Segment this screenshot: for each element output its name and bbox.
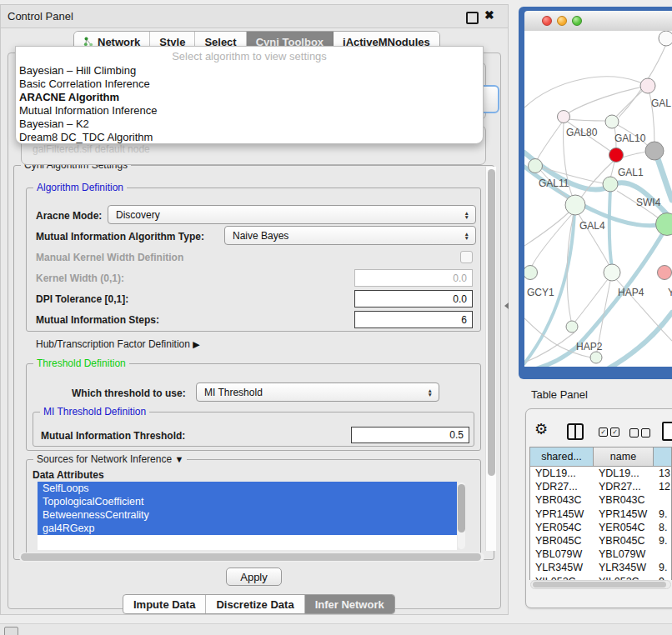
network-node-y[interactable] [658, 266, 672, 280]
algorithm-option[interactable]: Bayesian – Hill Climbing [18, 64, 481, 78]
network-node-gal80[interactable] [558, 111, 570, 123]
mini-panel-icon[interactable] [4, 627, 18, 635]
deselect-all-checkboxes-icon[interactable] [629, 428, 650, 438]
sources-toggle[interactable]: Sources for Network Inference ▼ [33, 453, 187, 465]
attributes-scrollbar[interactable] [458, 482, 465, 549]
data-attributes-list[interactable]: SelfLoopsTopologicalCoefficientBetweenne… [38, 482, 457, 550]
scrollbar-thumb[interactable] [533, 582, 666, 588]
settings-vertical-scrollbar[interactable] [485, 167, 496, 551]
network-node[interactable] [645, 142, 664, 160]
network-node-hap4[interactable] [604, 264, 620, 281]
close-icon[interactable]: ✖ [484, 8, 494, 22]
mi-algorithm-type-select[interactable]: Naive Bayes ▲▼ [224, 226, 476, 245]
network-node-gal11[interactable] [529, 159, 543, 173]
network-node-hap2[interactable] [566, 321, 578, 332]
table-row[interactable]: YDR27...YDR27...12 [530, 480, 671, 493]
table-row[interactable]: YER054CYER054C8. [530, 521, 671, 534]
algorithm-option[interactable]: Bayesian – K2 [18, 118, 481, 131]
table-body[interactable]: YDL19...YDL19...13YDR27...YDR27...12YBR0… [530, 467, 671, 580]
scrollbar-thumb[interactable] [488, 169, 495, 476]
network-node[interactable] [656, 213, 672, 236]
table-cell: YPR145W [530, 508, 594, 521]
table-horizontal-scrollbar[interactable] [530, 580, 671, 589]
expand-right-arrow-icon: ▶ [193, 339, 199, 349]
network-node-gcy1[interactable] [524, 266, 538, 280]
table-row[interactable]: YPR145WYPR145W9. [530, 508, 671, 521]
network-canvas[interactable]: GALGAL80GAL10GAL1GAL11SWI4GAL4GCY1HAP4YH… [524, 31, 672, 367]
kernel-width-input[interactable]: 0.0 [354, 269, 473, 287]
network-node[interactable] [659, 31, 672, 46]
data-attribute-item[interactable]: gal4RGexp [38, 522, 457, 535]
mi-steps-input[interactable]: 6 [354, 311, 473, 328]
cyni-bottom-tab-bar: Impute Data Discretize Data Infer Networ… [123, 594, 395, 614]
table-cell: YER054C [594, 521, 654, 534]
table-cell [654, 548, 671, 561]
select-all-checkboxes-icon[interactable]: ✓ ✓ [599, 428, 619, 437]
minimize-traffic-light-icon[interactable] [557, 16, 567, 26]
network-node-label: Y [668, 287, 672, 298]
columns-icon[interactable] [567, 423, 584, 440]
network-node-gal4[interactable] [565, 195, 585, 215]
mi-threshold-input[interactable]: 0.5 [351, 427, 469, 443]
table-row[interactable]: YBL079WYBL079W [530, 548, 671, 561]
tab-infer-network[interactable]: Infer Network [305, 595, 394, 613]
hub-definition-toggle[interactable]: Hub/Transcription Factor Definition ▶ [36, 338, 200, 350]
manual-kernel-width-checkbox[interactable] [460, 251, 473, 263]
algorithm-option[interactable]: Mutual Information Inference [18, 104, 481, 118]
table-row[interactable]: YBR045CYBR045C9. [530, 534, 671, 548]
network-edge[interactable] [524, 212, 569, 246]
network-edge-highlighted[interactable] [609, 189, 612, 268]
network-node-gal1[interactable] [609, 148, 624, 162]
algorithm-option[interactable]: ARACNE Algorithm [18, 91, 481, 104]
column-header-shared-name[interactable]: shared... [530, 448, 594, 467]
network-node-label: HAP2 [576, 341, 603, 352]
data-attribute-item[interactable]: BetweennessCentrality [38, 508, 457, 522]
network-edge[interactable] [566, 86, 648, 114]
gear-icon[interactable]: ⚙ [534, 420, 548, 438]
network-node-swi4[interactable] [603, 177, 618, 192]
network-edge-highlighted[interactable] [603, 312, 672, 367]
aracne-mode-select[interactable]: Discovery ▲▼ [108, 205, 476, 224]
column-header-partial[interactable] [654, 448, 671, 467]
close-traffic-light-icon[interactable] [542, 16, 552, 26]
network-node-gal10[interactable] [605, 115, 619, 128]
document-icon[interactable] [662, 422, 672, 441]
network-edge-highlighted[interactable] [656, 154, 672, 200]
table-row[interactable]: YLR345WYLR345W9. [530, 561, 671, 574]
data-attribute-item[interactable]: TopologicalCoefficient [38, 495, 457, 508]
split-pane-collapse-icon[interactable] [504, 302, 509, 309]
network-node-gal[interactable] [640, 78, 655, 93]
data-attributes-label: Data Attributes [33, 469, 104, 481]
network-edge[interactable] [532, 214, 572, 266]
dpi-tolerance-input[interactable]: 0.0 [354, 290, 473, 308]
table-cell: YBL079W [530, 548, 594, 561]
group-title: Threshold Definition [33, 358, 129, 369]
table-cell: YLR345W [594, 561, 654, 574]
network-edge[interactable] [524, 332, 574, 362]
network-edge[interactable] [537, 122, 562, 160]
network-edge[interactable] [622, 152, 647, 158]
data-attribute-item[interactable]: SelfLoops [38, 482, 457, 495]
column-header-name[interactable]: name [594, 448, 654, 467]
settings-horizontal-scrollbar[interactable] [19, 552, 484, 562]
tab-discretize-data[interactable]: Discretize Data [206, 595, 304, 613]
scrollbar-thumb[interactable] [458, 484, 465, 532]
tab-impute-data[interactable]: Impute Data [123, 595, 206, 613]
table-row[interactable]: YBR043CYBR043C [530, 493, 671, 507]
algorithm-option[interactable]: Basic Correlation Inference [18, 78, 481, 91]
float-window-icon[interactable] [466, 12, 479, 24]
zoom-traffic-light-icon[interactable] [572, 16, 582, 26]
network-node-label: GAL10 [614, 132, 646, 144]
table-header-row: shared... name [530, 448, 671, 467]
network-edge[interactable] [610, 162, 614, 178]
network-edge[interactable] [648, 86, 654, 145]
network-edge[interactable] [568, 119, 606, 121]
algorithm-option[interactable]: Dream8 DC_TDC Algorithm [18, 131, 481, 144]
scrollbar-thumb[interactable] [21, 553, 481, 561]
which-threshold-select[interactable]: MI Threshold ▲▼ [196, 382, 439, 402]
network-node[interactable] [590, 352, 602, 363]
table-cell [654, 493, 671, 507]
apply-button[interactable]: Apply [226, 568, 282, 586]
table-row[interactable]: YDL19...YDL19...13 [530, 467, 671, 480]
network-window-titlebar[interactable] [524, 11, 672, 32]
